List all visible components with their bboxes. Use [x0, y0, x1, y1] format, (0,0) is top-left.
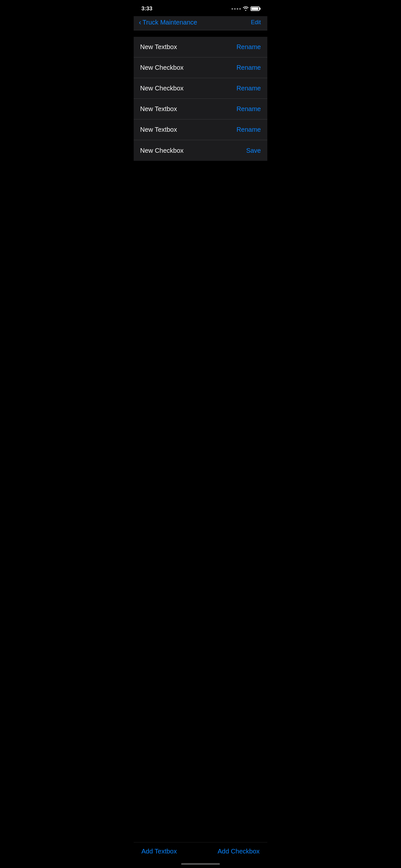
list-item: New CheckboxRename	[134, 78, 267, 99]
chevron-left-icon: ‹	[139, 19, 141, 26]
item-label: New Textbox	[140, 126, 177, 133]
battery-icon	[251, 6, 259, 11]
section-separator	[134, 30, 267, 37]
list-item: New CheckboxSave	[134, 140, 267, 161]
item-label: New Checkbox	[140, 85, 184, 92]
wifi-icon	[243, 6, 249, 11]
nav-bar: ‹ Truck Maintenance Edit	[134, 16, 267, 30]
list-item: New CheckboxRename	[134, 58, 267, 78]
save-button[interactable]: Save	[246, 147, 261, 154]
list-item: New TextboxRename	[134, 120, 267, 140]
rename-button[interactable]: Rename	[236, 85, 261, 92]
home-indicator	[181, 863, 220, 865]
item-label: New Checkbox	[140, 147, 184, 154]
back-button[interactable]: ‹ Truck Maintenance	[139, 19, 197, 26]
status-bar: 3:33	[134, 0, 267, 16]
list-item: New TextboxRename	[134, 37, 267, 58]
signal-icon	[232, 8, 241, 10]
list-item: New TextboxRename	[134, 99, 267, 120]
item-label: New Textbox	[140, 43, 177, 51]
add-checkbox-button[interactable]: Add Checkbox	[218, 848, 259, 855]
rename-button[interactable]: Rename	[236, 105, 261, 113]
list-container: New TextboxRenameNew CheckboxRenameNew C…	[134, 37, 267, 161]
item-label: New Textbox	[140, 105, 177, 113]
nav-back-label: Truck Maintenance	[143, 19, 197, 26]
item-label: New Checkbox	[140, 64, 184, 71]
rename-button[interactable]: Rename	[236, 43, 261, 51]
status-time: 3:33	[142, 5, 152, 12]
add-textbox-button[interactable]: Add Textbox	[142, 848, 177, 855]
rename-button[interactable]: Rename	[236, 126, 261, 133]
status-icons	[232, 6, 259, 11]
rename-button[interactable]: Rename	[236, 64, 261, 71]
edit-button[interactable]: Edit	[251, 19, 261, 26]
